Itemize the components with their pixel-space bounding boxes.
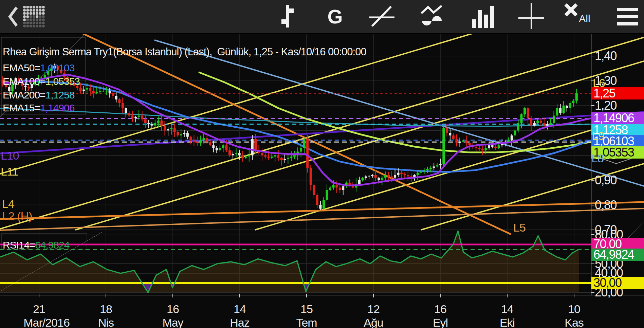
line-label-L2H: L2 (H) xyxy=(2,209,32,222)
menu-button[interactable] xyxy=(614,0,641,33)
ohlc-style-button[interactable] xyxy=(276,0,299,33)
line-label-L4: L4 xyxy=(2,197,14,210)
axis-badge: 64,9824 xyxy=(593,248,634,261)
date-tick-day: 15 xyxy=(300,303,313,315)
line-EMA200 xyxy=(0,108,591,126)
date-axis[interactable]: 21Mar/201618Nis16May14Haz15Tem12Ağu16Eyl… xyxy=(23,294,584,328)
bar-chart-icon xyxy=(471,4,496,29)
date-tick-day: 14 xyxy=(501,303,513,315)
line-label-L8: L8 xyxy=(591,152,604,165)
trendline-icon xyxy=(369,4,395,29)
line-EMA15 xyxy=(3,75,591,186)
date-tick-day: 14 xyxy=(234,303,246,315)
back-button[interactable] xyxy=(5,0,22,33)
g-label: G xyxy=(327,7,343,26)
chart-area[interactable]: 1,401,301,201,000,900,800,7080,0050,0040… xyxy=(0,33,644,328)
line-label-L11: L11 xyxy=(1,165,18,178)
rsi-panel xyxy=(0,231,591,292)
line-label-L6: L6 xyxy=(593,76,605,89)
date-tick-month: Eyl xyxy=(433,316,448,328)
crosshair-icon xyxy=(518,2,545,31)
back-icon xyxy=(6,5,20,29)
dots-grid-icon xyxy=(22,5,45,28)
toolbar: G All xyxy=(0,0,644,34)
wave-icon xyxy=(419,4,446,29)
apps-grid-button[interactable] xyxy=(22,0,46,33)
volume-style-button[interactable] xyxy=(469,0,498,33)
svg-text:0,90: 0,90 xyxy=(595,173,617,187)
date-tick-month: Nis xyxy=(98,316,114,328)
chart-canvas[interactable]: 1,401,301,201,000,900,800,7080,0050,0040… xyxy=(0,33,644,328)
menu-icon xyxy=(617,7,638,26)
indicator-g-button[interactable]: G xyxy=(323,0,347,33)
line-label-L9: L9 xyxy=(592,129,604,142)
svg-text:1,40: 1,40 xyxy=(595,49,617,63)
date-tick-day: 21 xyxy=(33,303,45,315)
date-tick-month: Tem xyxy=(296,316,317,328)
date-tick-day: 10 xyxy=(568,303,580,315)
date-tick-month: Mar/2016 xyxy=(23,316,70,328)
date-tick-month: Eki xyxy=(500,316,515,328)
trendline-tool-button[interactable] xyxy=(367,0,397,33)
trendline-L8 xyxy=(154,40,644,186)
svg-text:1,20: 1,20 xyxy=(595,98,617,112)
line-label-L10: L10 xyxy=(1,149,19,162)
wave-tool-button[interactable] xyxy=(417,0,447,33)
svg-text:0,80: 0,80 xyxy=(595,198,617,212)
trendline-L2H-lower xyxy=(0,208,644,230)
date-tick-month: Haz xyxy=(230,316,249,328)
ema15-line xyxy=(3,75,591,186)
trendline-L2H-upper xyxy=(0,202,644,219)
date-tick-day: 16 xyxy=(167,303,179,315)
date-tick-month: Ağu xyxy=(364,316,383,328)
axis-badge: 30,00 xyxy=(593,276,622,290)
date-tick-month: May xyxy=(162,316,183,328)
clear-all-button[interactable]: All xyxy=(560,0,594,33)
date-tick-day: 12 xyxy=(367,303,380,315)
date-tick-day: 18 xyxy=(100,303,112,315)
clear-all-icon xyxy=(564,3,578,18)
crosshair-button[interactable] xyxy=(516,0,547,33)
date-tick-month: Kas xyxy=(565,316,584,328)
clear-all-label: All xyxy=(579,13,590,24)
line-label-L5: L5 xyxy=(513,221,526,234)
date-tick-day: 16 xyxy=(434,303,446,315)
trendlines[interactable] xyxy=(0,33,644,234)
ohlc-bar-icon xyxy=(279,4,296,29)
